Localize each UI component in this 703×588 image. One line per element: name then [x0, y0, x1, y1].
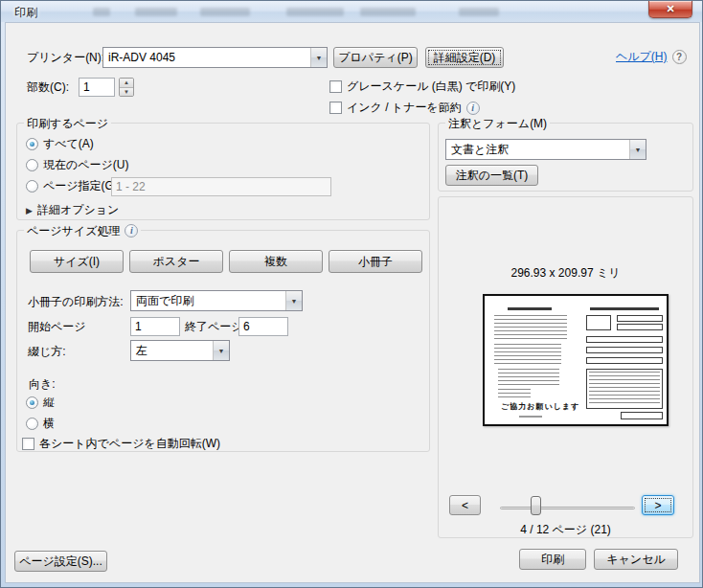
- pages-group-title: 印刷するページ: [24, 116, 111, 131]
- copies-label: 部数(C):: [27, 79, 69, 95]
- grayscale-checkbox-label: グレースケール (白黒) で印刷(Y): [347, 79, 515, 95]
- page-size-group-title: ページサイズ処理: [27, 223, 120, 238]
- expander-icon[interactable]: ▶: [26, 206, 33, 215]
- chevron-down-icon: ▼: [310, 48, 327, 67]
- help-icon[interactable]: ?: [672, 50, 687, 64]
- radio-page-range-label: ページ指定(G): [43, 178, 118, 194]
- comments-forms-value: 文書と注釈: [446, 142, 629, 158]
- printer-select[interactable]: iR-ADV 4045 ▼: [102, 47, 328, 68]
- start-page-input[interactable]: [130, 317, 180, 336]
- multiple-button[interactable]: 複数: [229, 250, 323, 273]
- copies-stepper[interactable]: ▲ ▼: [119, 78, 134, 97]
- more-options-expander[interactable]: 詳細オプション: [37, 202, 119, 218]
- window-title: 印刷: [14, 5, 37, 21]
- booklet-method-value: 両面で印刷: [131, 293, 285, 309]
- next-page-button[interactable]: >: [642, 495, 674, 515]
- binding-value: 左: [131, 343, 213, 359]
- background-ghost-text: [135, 8, 177, 16]
- help-link[interactable]: ヘルプ(H): [616, 49, 668, 65]
- background-ghost-text: [286, 8, 344, 16]
- print-dialog-window: 印刷 ✕ プリンター(N): iR-ADV 4045 ▼ プロパティ(P) 詳細…: [0, 0, 703, 588]
- spin-up-icon[interactable]: ▲: [120, 79, 133, 87]
- radio-portrait-label: 縦: [43, 395, 55, 411]
- copies-input[interactable]: [79, 78, 115, 97]
- prev-page-button[interactable]: <: [449, 495, 481, 515]
- chevron-down-icon: ▼: [285, 291, 302, 310]
- close-button[interactable]: ✕: [648, 1, 692, 18]
- page-slider-thumb[interactable]: [531, 496, 541, 515]
- background-ghost-text: [200, 8, 250, 16]
- radio-all-pages-label: すべて(A): [43, 136, 94, 152]
- orientation-title: 向き:: [29, 376, 56, 392]
- preview-left-page: ご協力お願いします: [492, 305, 569, 418]
- properties-button[interactable]: プロパティ(P): [333, 47, 418, 68]
- radio-page-range[interactable]: [26, 180, 38, 192]
- autorotate-checkbox[interactable]: [22, 438, 34, 450]
- advanced-settings-button[interactable]: 詳細設定(D): [425, 47, 504, 68]
- booklet-method-select[interactable]: 両面で印刷 ▼: [130, 290, 303, 311]
- info-icon[interactable]: i: [466, 102, 480, 115]
- radio-current-page[interactable]: [26, 159, 38, 171]
- page-slider-track[interactable]: [500, 507, 635, 509]
- preview-right-page: [584, 304, 665, 422]
- print-button[interactable]: 印刷: [519, 549, 586, 570]
- page-setup-button[interactable]: ページ設定(S)...: [14, 551, 107, 572]
- summarize-comments-button[interactable]: 注釈の一覧(T): [445, 165, 538, 186]
- radio-current-page-label: 現在のページ(U): [43, 157, 129, 173]
- autorotate-checkbox-label: 各シート内でページを自動回転(W): [39, 436, 220, 452]
- comments-forms-title: 注釈とフォーム(M): [445, 116, 550, 131]
- preview-size-label: 296.93 x 209.97 ミリ: [438, 265, 693, 282]
- start-page-label: 開始ページ: [28, 319, 86, 334]
- background-ghost-text: [459, 8, 499, 16]
- poster-button[interactable]: ポスター: [129, 250, 223, 273]
- booklet-method-label: 小冊子の印刷方法:: [28, 294, 124, 309]
- printer-label: プリンター(N):: [27, 50, 104, 65]
- cancel-button[interactable]: キャンセル: [594, 549, 678, 570]
- radio-portrait[interactable]: [26, 396, 38, 409]
- radio-landscape-label: 横: [43, 416, 55, 432]
- page-range-input[interactable]: [111, 177, 331, 196]
- printer-select-value: iR-ADV 4045: [103, 51, 310, 64]
- size-button[interactable]: サイズ(I): [30, 250, 124, 273]
- radio-landscape[interactable]: [26, 418, 38, 430]
- chevron-down-icon: ▼: [213, 341, 229, 360]
- chevron-down-icon: ▼: [629, 140, 646, 159]
- page-indicator: 4 / 12 ページ (21): [438, 522, 693, 538]
- save-ink-checkbox-label: インク / トナーを節約: [347, 100, 462, 116]
- end-page-label: 終了ページ: [185, 319, 243, 334]
- binding-label: 綴じ方:: [28, 344, 66, 359]
- binding-select[interactable]: 左 ▼: [130, 340, 230, 361]
- titlebar[interactable]: 印刷 ✕: [1, 1, 702, 22]
- page-size-group: ページサイズ処理 i サイズ(I) ポスター 複数 小冊子 小冊子の印刷方法: …: [16, 230, 430, 452]
- page-preview: ご協力お願いします: [483, 294, 669, 426]
- preview-caption-text: ご協力お願いします: [501, 401, 579, 412]
- booklet-button[interactable]: 小冊子: [329, 250, 422, 273]
- comments-forms-select[interactable]: 文書と注釈 ▼: [445, 139, 646, 160]
- dialog-content: プリンター(N): iR-ADV 4045 ▼ プロパティ(P) 詳細設定(D)…: [5, 22, 700, 583]
- radio-all-pages[interactable]: [26, 138, 38, 150]
- background-ghost-text: [93, 8, 110, 16]
- info-icon[interactable]: i: [125, 224, 138, 237]
- background-ghost-text: [360, 8, 416, 16]
- comments-forms-group: 注釈とフォーム(M) 文書と注釈 ▼ 注釈の一覧(T): [438, 123, 693, 192]
- spin-down-icon[interactable]: ▼: [120, 87, 133, 97]
- pages-to-print-group: 印刷するページ すべて(A) 現在のページ(U) ページ指定(G) ▶ 詳細オプ…: [16, 123, 430, 220]
- grayscale-checkbox[interactable]: [329, 80, 342, 93]
- save-ink-checkbox[interactable]: [329, 102, 342, 114]
- end-page-input[interactable]: [238, 317, 288, 336]
